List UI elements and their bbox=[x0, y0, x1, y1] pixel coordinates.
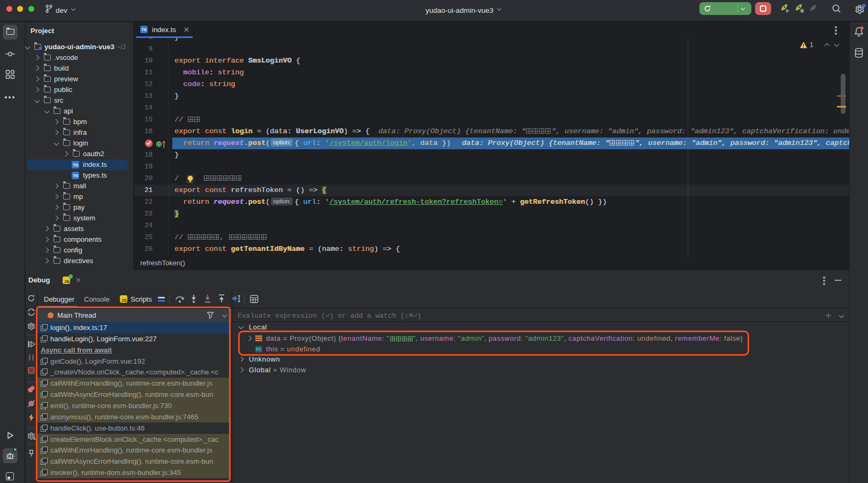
svg-text:{}: {} bbox=[157, 142, 161, 147]
